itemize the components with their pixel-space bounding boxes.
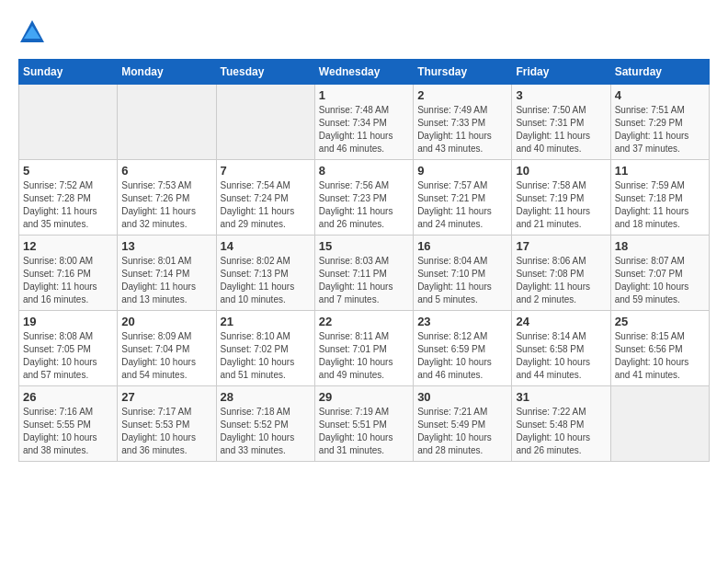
calendar-header: SundayMondayTuesdayWednesdayThursdayFrid… [19, 60, 710, 85]
day-number: 29 [319, 390, 409, 404]
table-row: 27Sunrise: 7:17 AM Sunset: 5:53 PM Dayli… [118, 386, 216, 462]
day-content: Sunrise: 8:15 AM Sunset: 6:56 PM Dayligh… [615, 330, 705, 382]
calendar-week-4: 19Sunrise: 8:08 AM Sunset: 7:05 PM Dayli… [19, 311, 710, 386]
table-row: 22Sunrise: 8:11 AM Sunset: 7:01 PM Dayli… [314, 311, 413, 386]
table-row: 23Sunrise: 8:12 AM Sunset: 6:59 PM Dayli… [414, 311, 512, 386]
weekday-header-saturday: Saturday [610, 60, 709, 85]
day-number: 26 [23, 390, 113, 404]
day-content: Sunrise: 8:03 AM Sunset: 7:11 PM Dayligh… [319, 255, 409, 306]
day-content: Sunrise: 7:17 AM Sunset: 5:53 PM Dayligh… [121, 406, 211, 457]
day-number: 7 [221, 164, 311, 178]
weekday-header-friday: Friday [512, 60, 610, 85]
calendar-week-5: 26Sunrise: 7:16 AM Sunset: 5:55 PM Dayli… [19, 386, 710, 462]
day-number: 30 [417, 390, 507, 404]
day-content: Sunrise: 7:53 AM Sunset: 7:26 PM Dayligh… [121, 179, 211, 231]
table-row: 11Sunrise: 7:59 AM Sunset: 7:18 PM Dayli… [610, 160, 709, 236]
day-content: Sunrise: 8:09 AM Sunset: 7:04 PM Dayligh… [121, 330, 211, 382]
day-number: 8 [319, 164, 409, 178]
day-number: 19 [23, 315, 113, 328]
day-number: 14 [221, 239, 311, 253]
day-content: Sunrise: 8:01 AM Sunset: 7:14 PM Dayligh… [121, 255, 211, 306]
day-number: 20 [121, 315, 211, 328]
table-row: 12Sunrise: 8:00 AM Sunset: 7:16 PM Dayli… [19, 236, 118, 311]
day-number: 1 [319, 88, 409, 102]
day-content: Sunrise: 7:21 AM Sunset: 5:49 PM Dayligh… [417, 406, 507, 457]
table-row: 9Sunrise: 7:57 AM Sunset: 7:21 PM Daylig… [414, 160, 512, 236]
day-number: 15 [319, 239, 409, 253]
day-number: 17 [516, 239, 606, 253]
table-row: 25Sunrise: 8:15 AM Sunset: 6:56 PM Dayli… [610, 311, 709, 386]
day-content: Sunrise: 7:59 AM Sunset: 7:18 PM Dayligh… [615, 179, 705, 231]
day-number: 23 [417, 315, 507, 328]
day-content: Sunrise: 7:54 AM Sunset: 7:24 PM Dayligh… [221, 179, 311, 231]
day-number: 28 [221, 390, 311, 404]
day-number: 18 [615, 239, 705, 253]
day-content: Sunrise: 8:14 AM Sunset: 6:58 PM Dayligh… [516, 330, 606, 382]
weekday-header-monday: Monday [118, 60, 216, 85]
day-number: 5 [23, 164, 113, 178]
weekday-header-wednesday: Wednesday [314, 60, 413, 85]
day-content: Sunrise: 7:19 AM Sunset: 5:51 PM Dayligh… [319, 406, 409, 457]
weekday-header-sunday: Sunday [19, 60, 118, 85]
day-content: Sunrise: 7:16 AM Sunset: 5:55 PM Dayligh… [23, 406, 113, 457]
day-content: Sunrise: 7:22 AM Sunset: 5:48 PM Dayligh… [516, 406, 606, 457]
day-content: Sunrise: 8:08 AM Sunset: 7:05 PM Dayligh… [23, 330, 113, 382]
table-row: 19Sunrise: 8:08 AM Sunset: 7:05 PM Dayli… [19, 311, 118, 386]
table-row: 3Sunrise: 7:50 AM Sunset: 7:31 PM Daylig… [512, 85, 610, 160]
day-content: Sunrise: 7:50 AM Sunset: 7:31 PM Dayligh… [516, 104, 606, 155]
table-row: 31Sunrise: 7:22 AM Sunset: 5:48 PM Dayli… [512, 386, 610, 462]
day-number: 12 [23, 239, 113, 253]
day-content: Sunrise: 8:02 AM Sunset: 7:13 PM Dayligh… [221, 255, 311, 306]
day-content: Sunrise: 8:10 AM Sunset: 7:02 PM Dayligh… [221, 330, 311, 382]
day-number: 13 [121, 239, 211, 253]
table-row: 28Sunrise: 7:18 AM Sunset: 5:52 PM Dayli… [216, 386, 314, 462]
day-number: 6 [121, 164, 211, 178]
calendar-table: SundayMondayTuesdayWednesdayThursdayFrid… [18, 59, 710, 462]
table-row: 21Sunrise: 8:10 AM Sunset: 7:02 PM Dayli… [216, 311, 314, 386]
day-content: Sunrise: 8:12 AM Sunset: 6:59 PM Dayligh… [417, 330, 507, 382]
day-content: Sunrise: 7:56 AM Sunset: 7:23 PM Dayligh… [319, 179, 409, 231]
table-row: 6Sunrise: 7:53 AM Sunset: 7:26 PM Daylig… [118, 160, 216, 236]
table-row [610, 386, 709, 462]
table-row [216, 85, 314, 160]
day-content: Sunrise: 7:58 AM Sunset: 7:19 PM Dayligh… [516, 179, 606, 231]
day-content: Sunrise: 7:57 AM Sunset: 7:21 PM Dayligh… [417, 179, 507, 231]
day-content: Sunrise: 8:11 AM Sunset: 7:01 PM Dayligh… [319, 330, 409, 382]
day-number: 22 [319, 315, 409, 328]
table-row: 18Sunrise: 8:07 AM Sunset: 7:07 PM Dayli… [610, 236, 709, 311]
table-row: 16Sunrise: 8:04 AM Sunset: 7:10 PM Dayli… [414, 236, 512, 311]
table-row: 14Sunrise: 8:02 AM Sunset: 7:13 PM Dayli… [216, 236, 314, 311]
table-row: 2Sunrise: 7:49 AM Sunset: 7:33 PM Daylig… [414, 85, 512, 160]
table-row: 26Sunrise: 7:16 AM Sunset: 5:55 PM Dayli… [19, 386, 118, 462]
logo-icon [18, 18, 46, 50]
table-row: 1Sunrise: 7:48 AM Sunset: 7:34 PM Daylig… [314, 85, 413, 160]
logo [18, 18, 50, 50]
weekday-header-thursday: Thursday [414, 60, 512, 85]
day-content: Sunrise: 7:51 AM Sunset: 7:29 PM Dayligh… [615, 104, 705, 155]
day-number: 9 [417, 164, 507, 178]
day-number: 4 [615, 88, 705, 102]
calendar-body: 1Sunrise: 7:48 AM Sunset: 7:34 PM Daylig… [19, 85, 710, 462]
day-number: 16 [417, 239, 507, 253]
table-row: 13Sunrise: 8:01 AM Sunset: 7:14 PM Dayli… [118, 236, 216, 311]
day-content: Sunrise: 8:07 AM Sunset: 7:07 PM Dayligh… [615, 255, 705, 306]
table-row: 8Sunrise: 7:56 AM Sunset: 7:23 PM Daylig… [314, 160, 413, 236]
calendar-week-1: 1Sunrise: 7:48 AM Sunset: 7:34 PM Daylig… [19, 85, 710, 160]
day-number: 31 [516, 390, 606, 404]
day-number: 3 [516, 88, 606, 102]
table-row: 15Sunrise: 8:03 AM Sunset: 7:11 PM Dayli… [314, 236, 413, 311]
day-number: 24 [516, 315, 606, 328]
table-row: 24Sunrise: 8:14 AM Sunset: 6:58 PM Dayli… [512, 311, 610, 386]
table-row: 7Sunrise: 7:54 AM Sunset: 7:24 PM Daylig… [216, 160, 314, 236]
day-number: 27 [121, 390, 211, 404]
table-row: 30Sunrise: 7:21 AM Sunset: 5:49 PM Dayli… [414, 386, 512, 462]
calendar-week-2: 5Sunrise: 7:52 AM Sunset: 7:28 PM Daylig… [19, 160, 710, 236]
day-number: 21 [221, 315, 311, 328]
day-content: Sunrise: 7:52 AM Sunset: 7:28 PM Dayligh… [23, 179, 113, 231]
table-row: 20Sunrise: 8:09 AM Sunset: 7:04 PM Dayli… [118, 311, 216, 386]
day-content: Sunrise: 7:48 AM Sunset: 7:34 PM Dayligh… [319, 104, 409, 155]
day-number: 10 [516, 164, 606, 178]
weekday-row: SundayMondayTuesdayWednesdayThursdayFrid… [19, 60, 710, 85]
table-row: 10Sunrise: 7:58 AM Sunset: 7:19 PM Dayli… [512, 160, 610, 236]
day-number: 11 [615, 164, 705, 178]
